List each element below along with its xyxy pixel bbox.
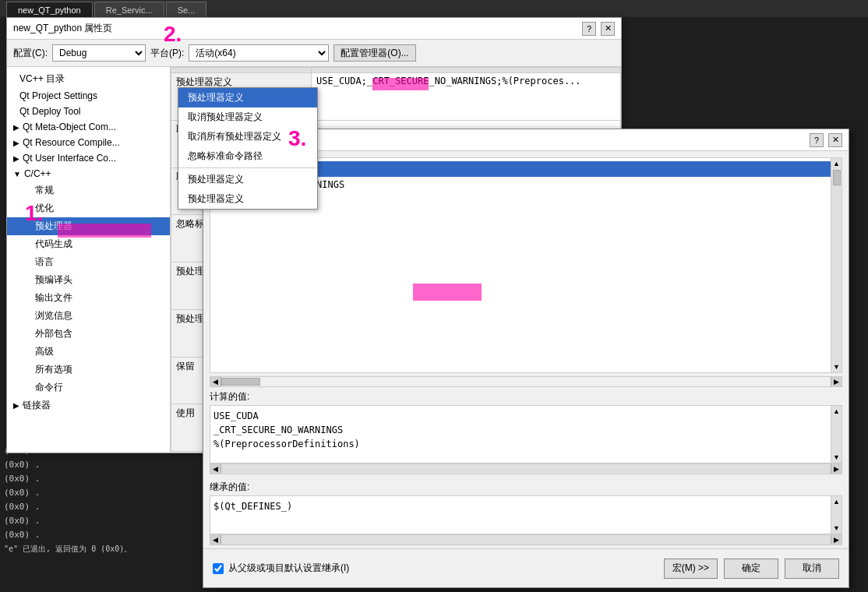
tree-item-qt-project[interactable]: Qt Project Settings [7, 88, 170, 104]
tree-item-cpp[interactable]: ▼C/C++ [7, 166, 170, 181]
scroll-right-arrow[interactable]: ▶ [831, 377, 842, 386]
tree-item-browse[interactable]: 浏览信息 [7, 307, 170, 325]
calc-line-3: %(PreprocessorDefinitions) [213, 437, 838, 451]
scrollbar-thumb-h [221, 378, 260, 386]
top-tab-bar: new_QT_python Re_Servic... Se... [0, 0, 868, 17]
inner-close-button[interactable]: ✕ [828, 133, 842, 147]
inner-dialog-bottom: 从父级或项目默认设置继承(I) 宏(M) >> 确定 取消 [203, 548, 849, 587]
tree-item-advanced[interactable]: 高级 [7, 343, 170, 361]
terminal-line: (0x0) . [4, 500, 171, 514]
editor-scrollbar-v[interactable]: ▲ ▼ [831, 158, 842, 372]
terminal-line: "e" 已退出, 返回值为 0 (0x0)。 [4, 542, 171, 556]
calc-scroll-up[interactable]: ▲ [831, 406, 842, 417]
config-mgr-button[interactable]: 配置管理器(O)... [333, 44, 415, 62]
col-header-value [312, 68, 621, 73]
inner-help-button[interactable]: ? [810, 133, 824, 147]
tree-item-common[interactable]: 常规 [7, 181, 170, 199]
tree-item-qt-meta[interactable]: ▶Qt Meta-Object Com... [7, 119, 170, 135]
calc-section-label: 计算的值: [210, 390, 842, 403]
main-dialog-titlebar: new_QT_python 属性页 ? ✕ [7, 18, 621, 40]
help-button[interactable]: ? [582, 22, 596, 36]
inherit-line-1: $(Qt_DEFINES_) [213, 499, 838, 513]
context-menu-item-cancel[interactable]: 取消预处理器定义 [178, 107, 317, 127]
context-menu-item-cancel-all[interactable]: 取消所有预处理器定义 [178, 127, 317, 146]
checkbox-row: 从父级或项目默认设置继承(I) [213, 562, 349, 575]
calc-scrollbar-v[interactable]: ▲ ▼ [831, 406, 842, 463]
inherit-checkbox-label: 从父级或项目默认设置继承(I) [228, 562, 349, 575]
context-menu-item-preprocessor[interactable]: 预处理器定义 [178, 88, 317, 107]
main-dialog-title: new_QT_python 属性页 [13, 22, 112, 35]
tree-item-linker[interactable]: ▶链接器 [7, 396, 170, 414]
inherit-scroll-down[interactable]: ▼ [831, 523, 842, 534]
inherit-right-arrow[interactable]: ▶ [831, 535, 842, 544]
context-menu-item-preproc3[interactable]: 预处理器定义 [178, 189, 317, 209]
config-bar: 配置(C): Debug 平台(P): 活动(x64) 配置管理器(O)... [7, 40, 621, 67]
macro-button[interactable]: 宏(M) >> [664, 559, 718, 579]
tree-item-optimize[interactable]: 优化 [7, 199, 170, 217]
platform-select[interactable]: 活动(x64) [189, 44, 329, 62]
context-menu-divider [178, 167, 317, 168]
left-tree: VC++ 目录 Qt Project Settings Qt Deploy To… [7, 67, 171, 452]
tree-item-output[interactable]: 输出文件 [7, 289, 170, 307]
calc-box: USE_CUDA _CRT_SECURE_NO_WARNINGS %(Prepr… [210, 405, 842, 463]
calc-section: 计算的值: USE_CUDA _CRT_SECURE_NO_WARNINGS %… [203, 387, 849, 477]
inherit-scroll-up[interactable]: ▲ [831, 496, 842, 507]
inherit-section: 继承的值: $(Qt_DEFINES_) ▲ ▼ ◀ ▶ [203, 477, 849, 548]
scroll-thumb[interactable] [833, 170, 841, 185]
calc-left-arrow[interactable]: ◀ [210, 464, 221, 474]
tree-item-preprocessor[interactable]: 预处理器 [7, 217, 170, 235]
scroll-left-arrow[interactable]: ◀ [210, 377, 221, 386]
inherit-scrollbar-v[interactable]: ▲ ▼ [831, 496, 842, 534]
inherit-scrollbar-h[interactable]: ◀ ▶ [210, 534, 842, 545]
tree-item-qt-ui[interactable]: ▶Qt User Interface Co... [7, 150, 170, 166]
tree-item-qt-resource[interactable]: ▶Qt Resource Compile... [7, 135, 170, 150]
terminal-line: (0x0) . [4, 514, 171, 528]
col-header-name [171, 68, 312, 73]
tree-item-qt-deploy[interactable]: Qt Deploy Tool [7, 104, 170, 119]
tree-item-all-options[interactable]: 所有选项 [7, 361, 170, 379]
prop-value[interactable]: USE_CUDA;_CRT_SECURE_NO_WARNINGS;%(Prepr… [312, 73, 621, 121]
inherit-section-label: 继承的值: [210, 481, 842, 494]
tab-se[interactable]: Se... [166, 2, 207, 17]
tree-item-external[interactable]: 外部包含 [7, 325, 170, 343]
config-select[interactable]: Debug [52, 44, 146, 62]
scroll-down-arrow[interactable]: ▼ [831, 361, 842, 372]
calc-scroll-down[interactable]: ▼ [831, 452, 842, 463]
calc-right-arrow[interactable]: ▶ [831, 464, 842, 474]
terminal-output: (0xU) . (0x0) . (0x0) . (0x0) . (0x0) . … [0, 444, 171, 556]
tab-new-qt-python[interactable]: new_QT_python [6, 2, 93, 17]
inherit-left-arrow[interactable]: ◀ [210, 535, 221, 544]
scrollbar-track-h [221, 377, 831, 386]
btn-row: 宏(M) >> 确定 取消 [664, 559, 839, 579]
context-menu-item-ignore[interactable]: 忽略标准命令路径 [178, 146, 317, 166]
cancel-button[interactable]: 取消 [785, 559, 839, 579]
tree-item-vc-dir[interactable]: VC++ 目录 [7, 70, 170, 88]
terminal-line: (0x0) . [4, 458, 171, 472]
context-menu-item-preproc2[interactable]: 预处理器定义 [178, 170, 317, 189]
terminal-line: (0x0) . [4, 472, 171, 486]
calc-scrollbar-h[interactable]: ◀ ▶ [210, 463, 842, 474]
close-button[interactable]: ✕ [601, 22, 615, 36]
tree-item-language[interactable]: 语言 [7, 253, 170, 271]
terminal-line: (0x0) . [4, 528, 171, 542]
terminal-line: (0x0) . [4, 486, 171, 500]
context-menu: 预处理器定义 取消预处理器定义 取消所有预处理器定义 忽略标准命令路径 预处理器… [178, 87, 318, 210]
inner-titlebar-controls: ? ✕ [810, 133, 842, 147]
inherit-track [221, 535, 831, 544]
calc-line-1: USE_CUDA [213, 409, 838, 423]
platform-label: 平台(P): [150, 47, 184, 60]
config-label: 配置(C): [13, 47, 48, 60]
tree-item-precompiled[interactable]: 预编译头 [7, 271, 170, 289]
editor-scrollbar-h[interactable]: ◀ ▶ [210, 376, 842, 387]
inner-dialog-content: USE_CUDA _CRT_SECURE_NO_WARNINGS ▲ ▼ ◀ ▶… [203, 151, 849, 548]
calc-track [221, 464, 831, 474]
ok-button[interactable]: 确定 [724, 559, 778, 579]
inherit-box: $(Qt_DEFINES_) ▲ ▼ [210, 495, 842, 534]
scroll-up-arrow[interactable]: ▲ [831, 158, 842, 169]
tree-item-codegen[interactable]: 代码生成 [7, 235, 170, 253]
inherit-checkbox[interactable] [213, 563, 224, 574]
titlebar-controls: ? ✕ [582, 22, 615, 36]
tree-item-cmdline[interactable]: 命令行 [7, 379, 170, 396]
calc-line-2: _CRT_SECURE_NO_WARNINGS [213, 423, 838, 437]
tab-re-servic[interactable]: Re_Servic... [94, 2, 164, 17]
